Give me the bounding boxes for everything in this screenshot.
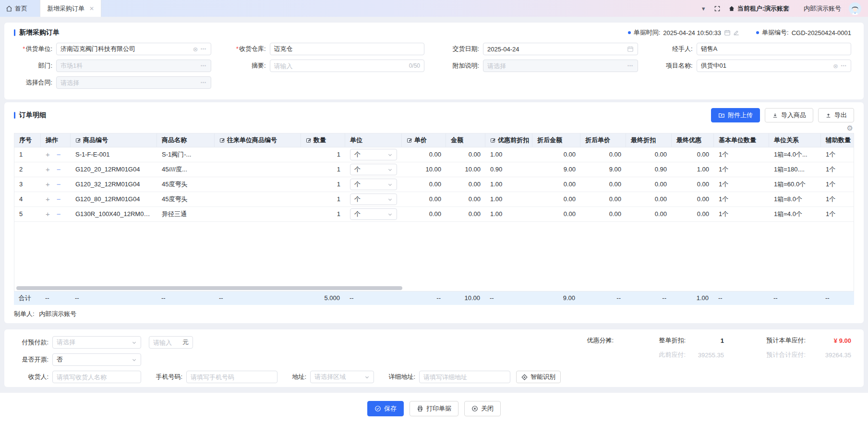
add-row-icon[interactable]: +	[46, 180, 50, 188]
phone-field[interactable]	[186, 371, 277, 383]
table-row: 2+−G120_20_12RM01G0445////度...1个10.0010.…	[14, 162, 854, 177]
handler-input[interactable]	[701, 46, 847, 53]
cell-pre_discount[interactable]: 1.00	[485, 192, 532, 206]
delivery-date-field[interactable]	[483, 43, 638, 55]
supplier-field[interactable]: ⊗ ⋯	[56, 43, 211, 55]
edit-icon[interactable]	[733, 29, 740, 36]
cell-price[interactable]: 0.00	[402, 207, 446, 221]
more-icon[interactable]: ⋯	[201, 79, 207, 86]
prepay-amount-field[interactable]: 元	[149, 336, 193, 349]
more-icon[interactable]: ⋯	[841, 62, 847, 69]
summary-input[interactable]	[274, 62, 406, 70]
cell-partner_code[interactable]	[215, 147, 301, 162]
cell-qty[interactable]: 1	[301, 207, 345, 221]
detail-address-input[interactable]	[423, 374, 506, 381]
avatar[interactable]	[849, 2, 861, 15]
unit-select[interactable]: 个	[350, 208, 397, 220]
prepay-amount-input[interactable]	[153, 339, 180, 346]
unit-select[interactable]: 个	[350, 149, 397, 160]
calendar-icon[interactable]	[724, 29, 731, 36]
extra-note-field[interactable]: ⋯	[483, 60, 638, 72]
add-row-icon[interactable]: +	[46, 195, 50, 203]
warehouse-input[interactable]	[274, 46, 421, 53]
extra-note-label: 附加说明:	[441, 61, 479, 70]
remove-row-icon[interactable]: −	[57, 210, 61, 218]
cell-price[interactable]: 0.00	[402, 192, 446, 206]
cell-price[interactable]: 0.00	[402, 147, 446, 162]
save-button[interactable]: 保存	[367, 401, 404, 416]
cell-partner_code[interactable]	[215, 192, 301, 206]
cell-price[interactable]: 10.00	[402, 162, 446, 177]
horizontal-scrollbar[interactable]	[16, 286, 402, 290]
unit-select[interactable]: 个	[350, 164, 397, 175]
more-icon[interactable]: ⋯	[627, 62, 634, 69]
cell-qty[interactable]: 1	[301, 192, 345, 206]
unit-select[interactable]: 个	[350, 194, 397, 205]
cell-partner_code[interactable]	[215, 162, 301, 177]
chevron-down-icon[interactable]: ▼	[701, 6, 706, 12]
warehouse-field[interactable]	[270, 43, 425, 55]
department-input[interactable]	[60, 62, 198, 70]
delivery-date-input[interactable]	[487, 46, 624, 53]
tab-new-purchase-order[interactable]: 新增采购订单 ✕	[40, 0, 101, 17]
cell-code[interactable]: G130R_100X40_12RM01G04	[71, 207, 157, 221]
add-row-icon[interactable]: +	[46, 150, 50, 158]
column-settings-gear-icon[interactable]: ⚙	[847, 124, 853, 132]
print-button[interactable]: 打印单据	[410, 401, 458, 416]
export-button[interactable]: 导出	[818, 108, 854, 122]
cell-code[interactable]: G120_20_12RM01G04	[71, 162, 157, 177]
tenant-indicator[interactable]: 当前租户:演示账套	[728, 4, 789, 13]
fullscreen-icon[interactable]	[714, 5, 721, 12]
supplier-input[interactable]	[60, 46, 190, 53]
upload-attachment-button[interactable]: 附件上传	[711, 108, 760, 122]
cell-partner_code[interactable]	[215, 177, 301, 192]
cell-code[interactable]: G120_80_12RM01G04	[71, 192, 157, 206]
calendar-icon[interactable]	[627, 46, 634, 52]
more-icon[interactable]: ⋯	[201, 62, 207, 69]
add-row-icon[interactable]: +	[46, 165, 50, 173]
cell-pre_discount[interactable]: 0.90	[485, 162, 532, 177]
cell-qty[interactable]: 1	[301, 147, 345, 162]
prepay-select[interactable]: 请选择	[52, 336, 141, 349]
clear-icon[interactable]: ⊗	[833, 62, 838, 70]
project-input[interactable]	[701, 62, 831, 70]
smart-recognize-button[interactable]: 智能识别	[516, 371, 561, 383]
remove-row-icon[interactable]: −	[57, 165, 61, 173]
cell-partner_code[interactable]	[215, 207, 301, 221]
cell-price[interactable]: 0.00	[402, 177, 446, 192]
clear-icon[interactable]: ⊗	[193, 46, 198, 53]
cell-qty[interactable]: 1	[301, 177, 345, 192]
summary-field[interactable]: 0/50	[270, 60, 425, 72]
close-button[interactable]: 关闭	[464, 401, 501, 416]
more-icon[interactable]: ⋯	[201, 46, 207, 52]
import-goods-button[interactable]: 导入商品	[765, 108, 813, 122]
remove-row-icon[interactable]: −	[57, 150, 61, 158]
char-counter: 0/50	[409, 62, 420, 69]
cell-pre_discount[interactable]: 1.00	[485, 147, 532, 162]
contract-field[interactable]: ⋯	[56, 76, 211, 89]
phone-input[interactable]	[191, 374, 273, 381]
cell-code[interactable]: G120_32_12RM01G04	[71, 177, 157, 192]
cell-pre_discount[interactable]: 1.00	[485, 207, 532, 221]
remove-row-icon[interactable]: −	[57, 180, 61, 188]
extra-note-input[interactable]	[487, 62, 625, 70]
contract-input[interactable]	[60, 79, 198, 86]
project-field[interactable]: ⊗ ⋯	[697, 60, 852, 72]
add-row-icon[interactable]: +	[46, 210, 50, 218]
unit-select[interactable]: 个	[350, 179, 397, 190]
receiver-input[interactable]	[57, 374, 137, 381]
handler-field[interactable]	[697, 43, 852, 55]
department-field[interactable]: ⋯	[56, 60, 211, 72]
address-select[interactable]: 请选择区域	[310, 371, 374, 383]
tab-close-icon[interactable]: ✕	[89, 5, 94, 12]
remove-row-icon[interactable]: −	[57, 195, 61, 203]
home-nav[interactable]: 首页	[6, 4, 27, 13]
cell-pre_discount[interactable]: 1.00	[485, 177, 532, 192]
cell-qty[interactable]: 1	[301, 162, 345, 177]
account-name[interactable]: 内部演示账号	[804, 4, 841, 13]
cell-aux_qty: 1个	[821, 147, 854, 162]
detail-address-field[interactable]	[419, 371, 510, 383]
cell-code[interactable]: S-1-F-E-001	[71, 147, 157, 162]
invoice-select[interactable]: 否	[52, 353, 141, 366]
receiver-field[interactable]	[52, 371, 141, 383]
